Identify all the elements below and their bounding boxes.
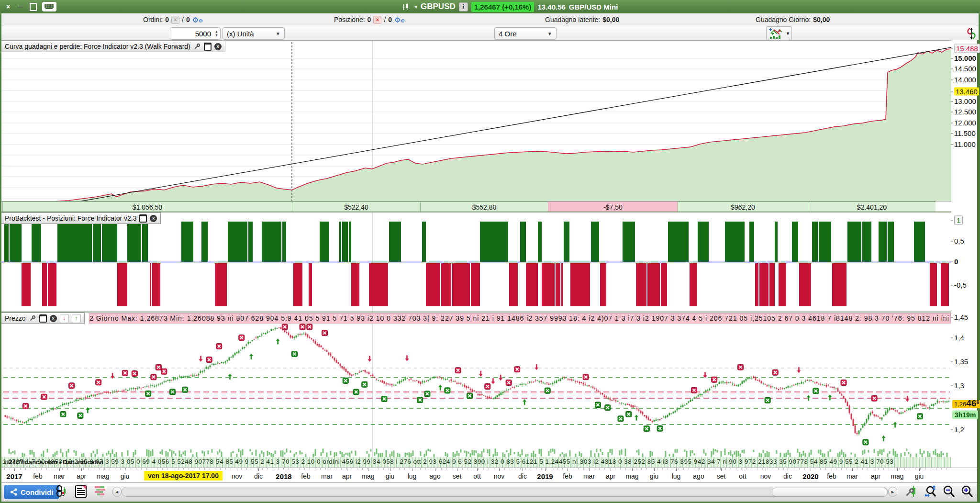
timeframe-select[interactable]: 4 Ore ▼: [494, 27, 557, 40]
order-book-icon[interactable]: [93, 485, 107, 498]
major-tick: [125, 468, 125, 471]
time-axis-label: giu: [915, 472, 924, 480]
positions-chart[interactable]: [1, 212, 951, 312]
timeframe-select-value: 4 Ore: [499, 30, 517, 38]
minor-tick: [378, 468, 379, 469]
minor-tick: [931, 468, 931, 469]
chart-scrollbar[interactable]: [122, 487, 888, 497]
candlestick-style-icon[interactable]: [402, 3, 412, 11]
position-settings-icon[interactable]: ⚙⚙: [394, 16, 405, 23]
zoom-out-icon[interactable]: [942, 485, 956, 498]
buy-marker-icon[interactable]: ↑: [72, 314, 81, 323]
minor-tick: [246, 468, 247, 469]
minor-tick: [936, 468, 936, 469]
minor-tick: [404, 468, 405, 469]
invert-scale-icon[interactable]: [966, 27, 977, 40]
link-charts-icon[interactable]: [55, 485, 68, 498]
scroll-left-arrow[interactable]: ◄: [112, 487, 122, 497]
chart-type-button[interactable]: ▼: [766, 26, 792, 40]
minor-tick: [210, 468, 210, 469]
quantity-stepper[interactable]: ▲▼: [170, 27, 221, 40]
minor-tick: [146, 468, 147, 469]
unrealized-pnl-value: $0,00: [602, 16, 619, 23]
time-axis-label: mag: [891, 472, 903, 480]
minimize-window-icon[interactable]: ─: [16, 2, 25, 11]
chart-settings-icon[interactable]: [905, 485, 918, 498]
asset-symbol[interactable]: GBPUSD: [421, 2, 456, 11]
minor-tick: [494, 468, 494, 469]
minor-tick: [820, 468, 821, 469]
segment-pnl: $2.401,20: [808, 201, 935, 212]
time-axis-label: mag: [96, 472, 109, 480]
minor-tick: [546, 468, 547, 469]
stepper-arrows-icon[interactable]: ▲▼: [213, 30, 220, 38]
quantity-input[interactable]: [170, 29, 213, 38]
equity-chart[interactable]: [1, 41, 951, 212]
share-button[interactable]: Condividi: [4, 485, 59, 499]
minor-tick: [294, 468, 294, 469]
minor-tick: [578, 468, 579, 469]
scroll-right-arrow[interactable]: ►: [888, 487, 897, 497]
time-axis-label: lug: [408, 472, 417, 480]
quote-time: 13.40.56: [537, 3, 565, 11]
positions-scale-label: 1: [954, 216, 963, 224]
equity-panel: Curva guadagni e perdite: Force Indicato…: [1, 40, 951, 212]
minor-tick: [31, 468, 31, 469]
minor-tick: [78, 468, 78, 469]
maximize-window-icon[interactable]: [29, 2, 37, 11]
orders-toolbar: Ordini: 0 × / 0 ⚙⚙ Posizione: 0 × / 0 ⚙⚙…: [1, 13, 979, 26]
detach-window-icon[interactable]: [204, 43, 212, 50]
minor-tick: [825, 468, 826, 469]
asset-dropdown-chevron[interactable]: ▾: [415, 4, 417, 10]
minor-tick: [25, 468, 26, 469]
wrench-icon[interactable]: [193, 43, 201, 50]
minor-tick: [220, 468, 221, 469]
minor-tick: [362, 468, 363, 469]
zoom-in-icon[interactable]: [960, 485, 974, 498]
close-panel-icon[interactable]: ×: [214, 43, 222, 50]
time-axis-label: feb: [301, 472, 310, 480]
time-axis-label: set: [717, 472, 726, 480]
minor-tick: [462, 468, 463, 469]
cancel-orders-icon[interactable]: ×: [171, 16, 179, 24]
close-panel-icon[interactable]: ×: [50, 315, 57, 322]
unrealized-pnl-group: Guadagno latente: $0,00: [545, 13, 619, 26]
close-window-icon[interactable]: ×: [4, 2, 12, 11]
minor-tick: [478, 468, 479, 469]
time-axis-label: ago: [693, 472, 704, 480]
major-tick: [919, 468, 920, 471]
detach-window-icon[interactable]: [39, 314, 47, 322]
zoom-fit-icon[interactable]: [924, 485, 937, 498]
minor-tick: [889, 468, 889, 469]
minor-tick: [341, 468, 342, 469]
wrench-icon[interactable]: [29, 314, 36, 322]
time-axis-label: nov: [494, 472, 505, 480]
minor-tick: [320, 468, 321, 469]
minor-tick: [336, 468, 336, 469]
minor-tick: [541, 468, 542, 469]
orders-total-count: 0: [186, 16, 190, 23]
walkforward-segments-strip: $1.056,50$522,40$552,80-$7,50$962,20$2.4…: [1, 201, 951, 212]
keyboard-icon[interactable]: [42, 2, 56, 11]
time-axis-label: lug: [672, 472, 681, 480]
orders-settings-icon[interactable]: ⚙⚙: [192, 16, 203, 23]
major-tick: [347, 468, 347, 471]
minor-tick: [678, 468, 679, 469]
minor-tick: [610, 468, 610, 469]
close-panel-icon[interactable]: ×: [150, 215, 157, 222]
detach-window-icon[interactable]: [139, 214, 147, 222]
news-icon[interactable]: [74, 485, 88, 498]
price-chart[interactable]: [1, 313, 951, 458]
minor-tick: [625, 468, 626, 469]
equity-scale-label: 13.000: [954, 97, 976, 105]
minor-tick: [831, 468, 831, 469]
scrollbar-thumb[interactable]: [772, 488, 888, 497]
close-position-icon[interactable]: ×: [373, 16, 381, 24]
minor-tick: [925, 468, 926, 469]
time-axis-label: dic: [783, 472, 792, 480]
sell-marker-icon[interactable]: ↓: [60, 314, 69, 323]
info-icon[interactable]: i: [459, 2, 468, 11]
time-axis-label: 2018: [276, 472, 291, 481]
minor-tick: [757, 468, 757, 469]
unit-select[interactable]: (x) Unità ▼: [223, 27, 285, 40]
